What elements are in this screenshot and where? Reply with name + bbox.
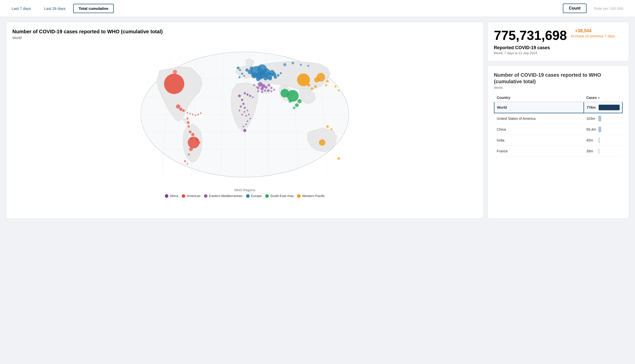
france-bar <box>598 148 599 154</box>
svg-point-95 <box>248 114 250 115</box>
svg-point-55 <box>192 114 194 115</box>
india-bar <box>598 137 600 143</box>
svg-point-74 <box>288 100 292 103</box>
svg-point-57 <box>197 114 199 115</box>
svg-point-43 <box>187 121 190 124</box>
svg-point-75 <box>293 106 296 109</box>
map-world-label: World <box>12 36 477 40</box>
last-7-days-button[interactable]: Last 7 days <box>6 4 37 13</box>
svg-point-111 <box>307 65 309 67</box>
svg-point-35 <box>237 67 240 69</box>
svg-point-26 <box>250 67 253 70</box>
table-row-india[interactable]: India 45m <box>494 135 622 146</box>
table-row-france[interactable]: France 39m <box>494 146 622 157</box>
svg-point-69 <box>253 84 255 86</box>
table-wrapper: Country Cases ▼ World <box>494 94 623 157</box>
svg-point-37 <box>164 74 184 94</box>
india-country-cell: India <box>494 135 584 146</box>
legend-items: Africa Americas Eastern Mediterranean Eu… <box>12 194 477 198</box>
svg-point-86 <box>330 128 332 130</box>
svg-point-84 <box>325 84 327 86</box>
svg-point-51 <box>195 138 198 142</box>
svg-point-54 <box>189 113 191 115</box>
svg-point-87 <box>337 157 340 160</box>
usa-bar <box>598 116 601 121</box>
svg-point-61 <box>260 87 264 90</box>
last-28-days-button[interactable]: Last 28 days <box>39 4 71 13</box>
svg-point-65 <box>261 91 263 93</box>
svg-point-27 <box>245 68 249 72</box>
legend-western-pacific-label: Western Pacific <box>302 194 325 198</box>
legend-europe-label: Europe <box>251 194 262 198</box>
svg-point-66 <box>268 84 270 87</box>
svg-point-85 <box>326 125 329 128</box>
svg-point-18 <box>251 72 257 78</box>
svg-point-105 <box>249 95 251 97</box>
table-card: Number of COVID-19 cases reported to WHO… <box>488 65 629 219</box>
eastern-med-dot <box>204 194 207 198</box>
svg-point-113 <box>267 89 270 92</box>
svg-point-62 <box>265 86 268 89</box>
china-country-cell: China <box>494 124 584 135</box>
col-country-header: Country <box>494 94 584 102</box>
table-row-china[interactable]: China 99.4m <box>494 124 622 135</box>
svg-point-40 <box>176 104 180 109</box>
svg-point-30 <box>241 73 243 75</box>
svg-point-118 <box>184 160 186 162</box>
western-pacific-dot <box>297 194 301 198</box>
svg-point-58 <box>200 113 201 114</box>
africa-dot <box>165 194 168 198</box>
svg-point-96 <box>245 115 247 117</box>
cases-detail: World, 7 days to 21 July 2024 <box>494 51 623 55</box>
svg-point-36 <box>239 69 241 71</box>
svg-point-49 <box>188 153 190 155</box>
legend-africa: Africa <box>165 194 178 198</box>
svg-point-52 <box>198 142 200 144</box>
svg-point-45 <box>189 130 192 133</box>
svg-point-108 <box>283 63 286 66</box>
svg-point-106 <box>252 96 254 98</box>
svg-point-41 <box>179 108 182 111</box>
top-nav: Last 7 days Last 28 days Total cumulativ… <box>0 0 635 17</box>
svg-point-73 <box>295 103 299 107</box>
svg-point-50 <box>187 118 189 120</box>
cases-label: Reported COVID-19 cases <box>494 45 623 50</box>
svg-point-89 <box>241 99 243 101</box>
svg-point-70 <box>256 86 257 88</box>
legend-eastern-med-label: Eastern Mediterranean <box>209 194 242 198</box>
svg-point-39 <box>188 137 199 148</box>
svg-point-79 <box>319 139 325 146</box>
svg-point-46 <box>191 133 195 136</box>
legend-americas: Americas <box>182 194 200 198</box>
usa-country-cell: United States of America <box>494 113 584 124</box>
china-cases-cell: 99.4m <box>584 124 622 135</box>
svg-point-28 <box>268 77 272 80</box>
svg-point-47 <box>190 137 193 140</box>
svg-point-42 <box>182 109 185 112</box>
svg-point-88 <box>238 95 241 97</box>
svg-point-109 <box>292 62 294 65</box>
americas-dot <box>182 194 185 198</box>
main-content: Number of COVID-19 cases reported to WHO… <box>0 17 635 224</box>
col-cases-header[interactable]: Cases ▼ <box>584 94 622 102</box>
svg-point-38 <box>173 70 177 74</box>
china-bar <box>598 127 601 132</box>
svg-point-23 <box>259 75 263 79</box>
rate-button[interactable]: Rate per 100 000 <box>589 4 629 13</box>
south-east-asia-dot <box>265 194 269 198</box>
table-row-world[interactable]: World 776m <box>494 102 622 113</box>
france-cases-cell: 39m <box>584 146 622 157</box>
svg-point-114 <box>270 90 272 92</box>
legend-title: WHO Regions <box>12 188 477 192</box>
map-panel: Number of COVID-19 cases reported to WHO… <box>6 22 484 219</box>
svg-point-116 <box>334 86 336 88</box>
svg-point-21 <box>263 76 268 80</box>
table-row-usa[interactable]: United States of America 103m <box>494 113 622 124</box>
svg-point-90 <box>242 103 244 105</box>
europe-dot <box>246 194 250 198</box>
svg-point-94 <box>244 111 245 113</box>
total-cumulative-button[interactable]: Total cumulative <box>73 4 114 13</box>
count-button[interactable]: Count <box>563 4 587 13</box>
svg-point-72 <box>297 99 302 103</box>
world-cases-cell: 776m <box>584 102 622 113</box>
